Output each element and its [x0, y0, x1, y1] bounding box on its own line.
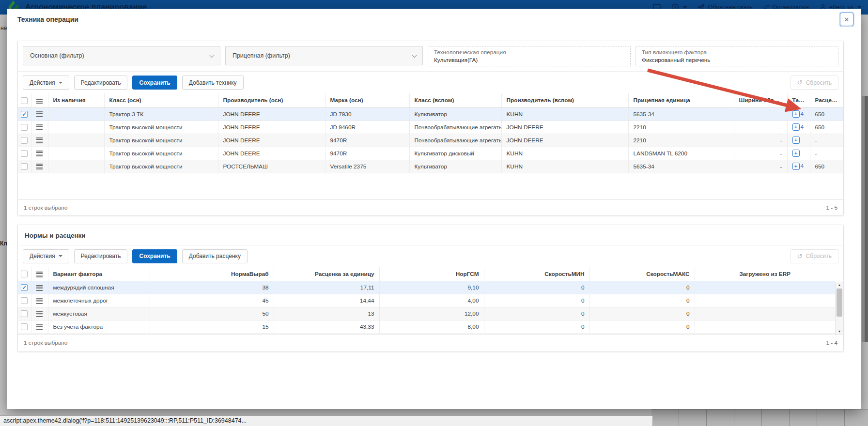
rates-col-header[interactable]: Вариант фактора — [48, 267, 150, 281]
primary-filter-select[interactable]: Основная (фильтр) — [23, 46, 220, 65]
cell-erp[interactable] — [695, 320, 835, 334]
cell-erp[interactable] — [695, 307, 835, 320]
row-select-checkbox[interactable] — [21, 137, 28, 144]
cell-from-stock[interactable] — [48, 147, 104, 160]
row-menu-icon[interactable] — [36, 298, 43, 304]
cell-speed-min[interactable]: 0 — [484, 307, 589, 320]
cell-norm[interactable]: 45 — [150, 294, 274, 307]
cell-trailed-unit[interactable]: 5635-34 — [628, 107, 734, 121]
cell-mfr-main[interactable]: РОСТСЕЛЬМАШ — [218, 160, 325, 173]
row-menu-icon[interactable] — [36, 137, 43, 143]
cell-class-aux[interactable]: Культиватор дисковый — [409, 147, 501, 160]
row-select-checkbox[interactable] — [21, 323, 28, 330]
rates-select-all-checkbox[interactable] — [21, 271, 28, 277]
equipment-col-header[interactable]: Прицепная единица — [628, 93, 734, 107]
cell-width[interactable] — [734, 107, 787, 121]
equipment-save-button[interactable]: Сохранить — [132, 76, 177, 90]
rates-col-header[interactable]: НорГСМ — [379, 267, 484, 281]
cell-trailed-unit[interactable]: LANDSMAN TL 6200 — [628, 147, 734, 160]
rates-header-menu-icon[interactable] — [36, 272, 43, 277]
cell-speed-min[interactable]: 0 — [484, 281, 589, 294]
rates-header-menu[interactable] — [31, 267, 48, 281]
cell-factor[interactable]: межкустовая — [48, 307, 150, 320]
equipment-header-menu[interactable] — [31, 93, 48, 107]
cell-class-main[interactable]: Трактор высокой мощности — [104, 134, 218, 147]
row-menu-icon[interactable] — [36, 311, 43, 317]
cell-norm[interactable]: 50 — [150, 307, 274, 320]
rates-col-header[interactable]: СкоростьМАКС — [589, 267, 695, 281]
cell-from-stock[interactable] — [48, 107, 104, 121]
cell-factor[interactable]: междурядий сплошная — [48, 281, 150, 294]
cell-rate[interactable]: 650 — [810, 107, 843, 121]
tariff-plus-icon[interactable]: + — [792, 150, 800, 157]
cell-mfr-aux[interactable]: KUHN — [501, 160, 628, 173]
row-menu-icon[interactable] — [36, 151, 43, 156]
scroll-up-icon[interactable]: ▲ — [836, 282, 843, 288]
cell-factor[interactable]: Без учета фактора — [48, 320, 150, 334]
cell-speed-max[interactable]: 0 — [589, 281, 695, 294]
cell-norm[interactable]: 38 — [150, 281, 274, 294]
cell-speed-max[interactable]: 0 — [589, 307, 695, 320]
cell-class-aux[interactable]: Почвообрабатывающие агрегаты — [409, 121, 501, 134]
equipment-col-header[interactable]: Марка (осн) — [325, 93, 409, 107]
cell-class-main[interactable]: Трактор высокой мощности — [104, 121, 218, 134]
cell-tariff[interactable]: +4 — [787, 121, 810, 134]
rates-save-button[interactable]: Сохранить — [132, 249, 177, 263]
cell-mfr-main[interactable]: JOHN DEERE — [218, 107, 325, 121]
cell-fuel-norm[interactable]: 9,10 — [379, 281, 484, 294]
equipment-col-header[interactable]: Тарифн — [787, 93, 810, 107]
dialog-close-button[interactable]: ✕ — [840, 13, 853, 26]
equipment-select-all-checkbox[interactable] — [21, 97, 28, 104]
equipment-edit-button[interactable]: Редактировать — [74, 76, 128, 90]
cell-erp[interactable] — [695, 294, 835, 307]
cell-speed-max[interactable]: 0 — [589, 294, 695, 307]
row-menu-icon[interactable] — [36, 124, 43, 130]
cell-width[interactable]: - — [734, 147, 787, 160]
row-select-checkbox[interactable] — [21, 284, 28, 291]
row-select-checkbox[interactable] — [21, 124, 28, 131]
equipment-col-header[interactable]: Ширина обработки — [734, 93, 787, 107]
equipment-col-header[interactable]: Производитель (вспом) — [501, 93, 628, 107]
cell-mfr-main[interactable]: JOHN DEERE — [218, 134, 325, 147]
tariff-count[interactable]: 4 — [801, 110, 804, 117]
equipment-col-header[interactable]: Расценка за — [810, 93, 843, 107]
tariff-plus-icon[interactable]: + — [792, 123, 800, 131]
cell-rate[interactable]: 650 — [810, 160, 843, 173]
cell-mfr-main[interactable]: JOHN DEERE — [218, 121, 325, 134]
rates-scrollbar[interactable]: ▲ ▼ — [835, 282, 843, 335]
cell-class-aux[interactable]: Культиватор — [409, 107, 501, 121]
rates-add-button[interactable]: Добавить расценку — [182, 249, 248, 263]
row-menu-icon[interactable] — [36, 164, 43, 169]
cell-mfr-aux[interactable]: JOHN DEERE — [501, 134, 628, 147]
rates-actions-button[interactable]: Действия — [23, 249, 69, 263]
cell-width[interactable]: - — [734, 160, 787, 173]
rates-col-header[interactable]: Расценка за единицу — [274, 267, 379, 281]
cell-rate[interactable]: - — [810, 134, 843, 147]
equipment-reset-button[interactable]: ↺Сбросить — [790, 76, 838, 90]
row-menu-icon[interactable] — [36, 324, 43, 330]
tariff-plus-icon[interactable]: + — [792, 137, 800, 144]
cell-brand-main[interactable]: 9470R — [325, 134, 409, 147]
cell-brand-main[interactable]: JD 7930 — [325, 107, 409, 121]
row-select-checkbox[interactable] — [21, 297, 28, 304]
scroll-down-icon[interactable]: ▼ — [836, 328, 843, 335]
cell-brand-main[interactable]: 9470R — [325, 147, 409, 160]
cell-width[interactable]: - — [734, 134, 787, 147]
cell-rate[interactable]: - — [810, 147, 843, 160]
cell-fuel-norm[interactable]: 4,00 — [379, 294, 484, 307]
rates-select-all-header[interactable] — [18, 267, 31, 281]
rates-col-header[interactable]: Загружено из ERP — [695, 267, 835, 281]
cell-trailed-unit[interactable]: 5635-34 — [628, 160, 734, 173]
tariff-plus-icon[interactable]: + — [792, 110, 800, 118]
cell-from-stock[interactable] — [48, 160, 104, 173]
cell-speed-max[interactable]: 0 — [589, 320, 695, 334]
tariff-plus-icon[interactable]: + — [792, 163, 800, 170]
cell-class-aux[interactable]: Культиватор — [409, 160, 501, 173]
cell-fuel-norm[interactable]: 8,00 — [379, 320, 484, 334]
cell-brand-main[interactable]: Versatile 2375 — [325, 160, 409, 173]
cell-factor[interactable]: межклеточных дорог — [48, 294, 150, 307]
cell-mfr-main[interactable]: JOHN DEERE — [218, 147, 325, 160]
equipment-col-header[interactable]: Производитель (осн) — [218, 93, 325, 107]
cell-norm[interactable]: 15 — [150, 320, 274, 334]
cell-speed-min[interactable]: 0 — [484, 294, 589, 307]
